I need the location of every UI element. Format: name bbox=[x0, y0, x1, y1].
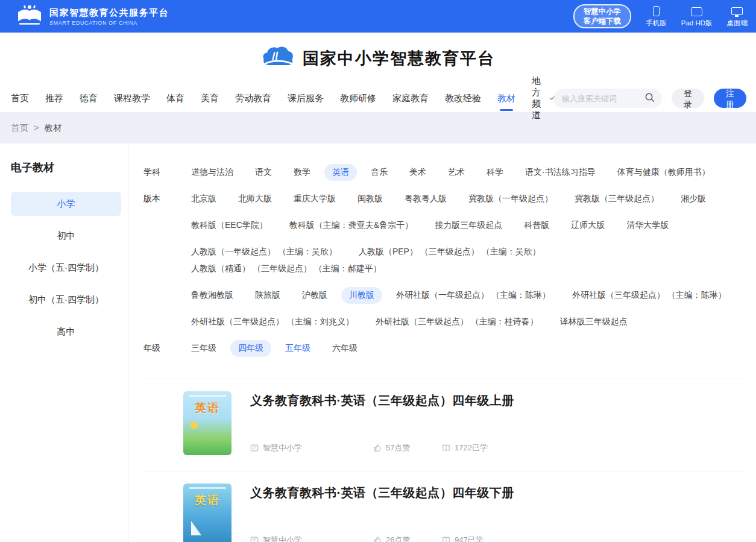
nav-item[interactable]: 教师研修 bbox=[340, 93, 376, 104]
breadcrumb-home[interactable]: 首页 bbox=[11, 122, 28, 134]
nav-item[interactable]: 家庭教育 bbox=[392, 93, 429, 104]
thumbs-up-icon bbox=[373, 536, 382, 542]
version-option[interactable]: 科普版 bbox=[516, 217, 557, 234]
breadcrumb-separator: > bbox=[34, 123, 39, 133]
app-phone-link[interactable]: 手机版 bbox=[646, 4, 667, 28]
filter-row-grade: 年级 三年级四年级五年级六年级 bbox=[143, 340, 744, 367]
search-icon[interactable] bbox=[644, 92, 655, 105]
version-option[interactable]: 接力版三年级起点 bbox=[427, 217, 510, 234]
platform-logo[interactable]: 国家智慧教育公共服务平台 SMART EDUCATION OF CHINA bbox=[16, 4, 169, 29]
version-option[interactable]: 北师大版 bbox=[230, 191, 280, 207]
nav-item[interactable]: 教材 bbox=[497, 93, 515, 104]
sidebar-item[interactable]: 初中 bbox=[11, 224, 121, 248]
nav-item[interactable]: 教改经验 bbox=[445, 93, 481, 104]
nav-item[interactable]: 首页 bbox=[11, 93, 29, 104]
nav-item[interactable]: 体育 bbox=[166, 93, 184, 104]
provider-icon bbox=[250, 536, 259, 542]
version-option[interactable]: 人教版（PEP） （三年级起点） （主编：吴欣） bbox=[351, 244, 549, 260]
version-option[interactable]: 外研社版（三年级起点） （主编：陈琳） bbox=[564, 287, 734, 304]
topbar: 国家智慧教育公共服务平台 SMART EDUCATION OF CHINA 智慧… bbox=[0, 0, 756, 33]
version-option[interactable]: 重庆大学版 bbox=[286, 191, 344, 207]
version-option[interactable]: 教科版（主编：龚亚夫&鲁宗干） bbox=[282, 217, 421, 234]
app-phone-label: 手机版 bbox=[646, 19, 667, 28]
book-meta: 智慧中小学 57点赞 1722已学 bbox=[250, 443, 744, 453]
cover-title: 英语 bbox=[195, 493, 220, 508]
learned-label: 947已学 bbox=[455, 535, 484, 542]
version-option[interactable]: 北京版 bbox=[183, 191, 224, 207]
version-option[interactable]: 人教版（精通） （三年级起点） （主编：郝建平） bbox=[183, 260, 389, 277]
version-option[interactable]: 人教版（一年级起点） （主编：吴欣） bbox=[183, 244, 345, 260]
grade-option[interactable]: 三年级 bbox=[183, 340, 224, 357]
nav-item[interactable]: 推荐 bbox=[45, 93, 63, 104]
search-box[interactable] bbox=[553, 89, 662, 108]
version-option[interactable]: 闽教版 bbox=[350, 191, 391, 207]
book-meta: 智慧中小学 26点赞 947已学 bbox=[250, 535, 744, 542]
login-button[interactable]: 登录 bbox=[672, 89, 704, 108]
version-option[interactable]: 鲁教湘教版 bbox=[183, 287, 241, 304]
book-cover-image: 英语 bbox=[183, 484, 232, 542]
nav-dropdown-local-channels[interactable]: 地方频道 bbox=[532, 75, 553, 121]
grade-option[interactable]: 五年级 bbox=[277, 340, 318, 357]
subject-option[interactable]: 体育与健康（教师用书） bbox=[610, 164, 718, 181]
version-option[interactable]: 川教版 bbox=[341, 287, 382, 304]
version-option[interactable]: 沪教版 bbox=[294, 287, 335, 304]
sidebar-item[interactable]: 小学 bbox=[11, 192, 121, 216]
subject-option[interactable]: 道德与法治 bbox=[183, 164, 241, 181]
nav-item[interactable]: 课后服务 bbox=[288, 93, 324, 104]
subject-option[interactable]: 科学 bbox=[479, 164, 511, 181]
grade-option[interactable]: 六年级 bbox=[324, 340, 365, 357]
subject-option[interactable]: 艺术 bbox=[440, 164, 473, 181]
version-option[interactable]: 教科版（EEC学院） bbox=[183, 217, 276, 234]
subject-option[interactable]: 语文·书法练习指导 bbox=[517, 164, 603, 181]
register-button[interactable]: 注册 bbox=[714, 89, 746, 108]
sidebar-title: 电子教材 bbox=[11, 160, 121, 175]
version-option[interactable]: 辽师大版 bbox=[563, 217, 613, 234]
subject-option[interactable]: 英语 bbox=[324, 164, 357, 181]
nav-item[interactable]: 美育 bbox=[201, 93, 219, 104]
cover-title: 英语 bbox=[195, 400, 220, 416]
likes-label: 57点赞 bbox=[386, 443, 410, 453]
book-title: 义务教育教科书·英语（三年级起点）四年级下册 bbox=[250, 485, 744, 501]
version-option[interactable]: 湘少版 bbox=[673, 191, 714, 207]
version-option[interactable]: 译林版三年级起点 bbox=[552, 314, 635, 330]
book-learned: 947已学 bbox=[442, 535, 484, 542]
subject-option[interactable]: 语文 bbox=[247, 164, 280, 181]
sidebar-item[interactable]: 小学（五·四学制） bbox=[11, 256, 121, 280]
sidebar-item[interactable]: 初中（五·四学制） bbox=[11, 288, 121, 312]
cover-decoration bbox=[189, 487, 226, 489]
sidebar-item[interactable]: 高中 bbox=[11, 320, 121, 344]
version-option[interactable]: 冀教版（一年级起点） bbox=[461, 191, 561, 207]
nav-items: 首页推荐德育课程教学体育美育劳动教育课后服务教师研修家庭教育教改经验教材 bbox=[11, 93, 515, 104]
version-options-row3: 人教版（一年级起点） （主编：吴欣）人教版（PEP） （三年级起点） （主编：吴… bbox=[183, 244, 744, 277]
version-option[interactable]: 外研社版（三年级起点） （主编：刘兆义） bbox=[183, 314, 362, 330]
version-option[interactable]: 冀教版（三年级起点） bbox=[567, 191, 667, 207]
sailboat-decoration bbox=[191, 521, 201, 535]
book-card[interactable]: 英语 义务教育教科书·英语（三年级起点）四年级上册 智慧中小学 57点赞 bbox=[143, 379, 744, 471]
client-download-button[interactable]: 智慧中小学 客户端下载 bbox=[573, 4, 632, 29]
version-option[interactable]: 外研社版（三年级起点） （主编：桂诗春） bbox=[368, 314, 546, 330]
app-pad-label: Pad HD版 bbox=[681, 19, 713, 28]
provider-icon bbox=[250, 444, 259, 452]
version-option[interactable]: 清华大学版 bbox=[619, 217, 676, 234]
main-panel: 学科 道德与法治语文数学英语音乐美术艺术科学语文·书法练习指导体育与健康（教师用… bbox=[129, 143, 756, 542]
subject-option[interactable]: 音乐 bbox=[363, 164, 395, 181]
open-book-logo-icon bbox=[16, 4, 43, 29]
version-option[interactable]: 陕旅版 bbox=[247, 287, 288, 304]
nav-item[interactable]: 课程教学 bbox=[114, 93, 150, 104]
book-provider: 智慧中小学 bbox=[250, 535, 373, 542]
nav-item[interactable]: 德育 bbox=[80, 93, 98, 104]
book-list: 英语 义务教育教科书·英语（三年级起点）四年级上册 智慧中小学 57点赞 bbox=[143, 379, 744, 542]
nav-item[interactable]: 劳动教育 bbox=[235, 93, 271, 104]
version-option[interactable]: 粤教粤人版 bbox=[397, 191, 455, 207]
app-pad-link[interactable]: Pad HD版 bbox=[681, 4, 713, 28]
search-input[interactable] bbox=[561, 93, 644, 104]
tablet-icon bbox=[691, 7, 702, 16]
book-card[interactable]: 英语 义务教育教科书·英语（三年级起点）四年级下册 智慧中小学 26点赞 bbox=[143, 471, 744, 542]
app-desktop-link[interactable]: 桌面端 bbox=[727, 4, 748, 28]
version-option[interactable]: 外研社版（一年级起点） （主编：陈琳） bbox=[388, 287, 558, 304]
subject-option[interactable]: 美术 bbox=[402, 164, 434, 181]
grade-option[interactable]: 四年级 bbox=[230, 340, 271, 357]
subject-option[interactable]: 数学 bbox=[286, 164, 318, 181]
filter-label-version: 版本 bbox=[143, 191, 171, 340]
book-likes: 57点赞 bbox=[373, 443, 442, 453]
